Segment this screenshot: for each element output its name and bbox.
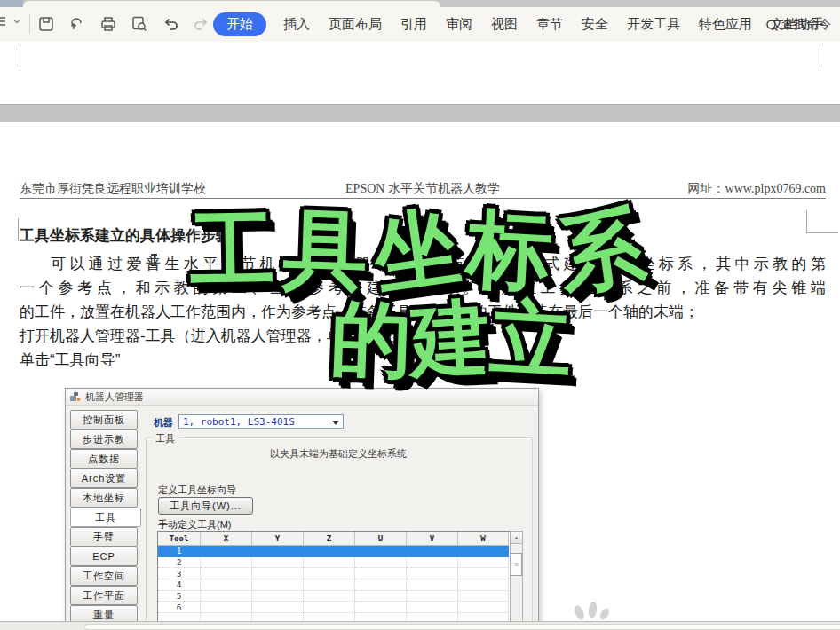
tab-page-layout[interactable]: 页面布局 [327, 12, 384, 36]
undo-icon [162, 15, 179, 33]
document-tab[interactable] [23, 1, 440, 7]
print-preview-button[interactable] [129, 13, 150, 35]
redo-button[interactable] [191, 13, 212, 35]
tab-references[interactable]: 引用 [399, 12, 429, 36]
col-y: Y [252, 532, 304, 546]
overlay-caption-line2: 的建立 [330, 298, 570, 380]
tab-special-features[interactable]: 特色应用 [697, 12, 754, 36]
combo-caret-icon [332, 421, 339, 425]
robot-select-value: 1, robot1, LS3-401S [183, 416, 295, 428]
file-menu-button[interactable] [0, 13, 21, 29]
table-row-selected[interactable]: 1 [158, 546, 511, 557]
chevron-down-icon [12, 17, 21, 26]
table-scrollbar[interactable]: ▲ ≡ [510, 531, 523, 630]
table-row[interactable]: 2 [158, 557, 511, 569]
tab-home[interactable]: 开始 [213, 12, 266, 36]
robot-manager-dialog: 机器人管理器 控制面板 步进示教 点数据 Arch设置 本地坐标 工具 手臂 E… [65, 388, 539, 630]
undo-button[interactable] [160, 13, 181, 35]
tool-table: Tool X Y Z U V W 1 2 3 4 5 [157, 531, 511, 626]
sidebar-item-arm[interactable]: 手臂 [70, 527, 138, 547]
sidebar-item-arch[interactable]: Arch设置 [70, 469, 138, 488]
margin-mark-top-left [18, 218, 19, 241]
print-button[interactable] [98, 13, 119, 35]
col-tool: Tool [158, 532, 201, 546]
wizard-label: 定义工具坐标向导 [158, 484, 236, 497]
dialog-title: 机器人管理器 [85, 390, 144, 404]
page-previous [0, 42, 840, 104]
margin-mark [820, 44, 820, 67]
export-button[interactable] [67, 13, 88, 35]
col-v: V [407, 532, 458, 546]
text-cursor-ibeam [150, 254, 158, 266]
robot-select[interactable]: 1, robot1, LS3-401S [178, 414, 344, 429]
sidebar-item-local[interactable]: 本地坐标 [70, 488, 138, 508]
search-icon [765, 19, 779, 32]
redo-icon [193, 15, 210, 33]
tab-security[interactable]: 安全 [580, 12, 610, 36]
tool-description: 以夹具末端为基础定义坐标系统 [146, 447, 531, 461]
sidebar-item-workplane[interactable]: 工作平面 [70, 586, 138, 605]
window-titlebar [0, 0, 840, 7]
export-icon [68, 15, 86, 33]
table-row[interactable]: 6 [158, 602, 511, 613]
scrollbar-thumb[interactable]: ≡ [511, 553, 522, 576]
table-row[interactable]: 3 [158, 568, 511, 579]
tab-dev-tools[interactable]: 开发工具 [625, 12, 682, 36]
col-w: W [458, 532, 509, 546]
bottom-scroll-strip[interactable] [0, 621, 840, 630]
search-command[interactable]: 查找命令 [765, 17, 840, 33]
robot-manager-icon [69, 391, 81, 403]
col-z: Z [304, 532, 355, 546]
scrollbar-up-icon[interactable]: ▲ [511, 532, 522, 544]
table-header-row: Tool X Y Z U V W [158, 532, 511, 546]
tool-group-label: 工具 [152, 432, 178, 445]
overlay-caption-line1: 工具坐标系 [190, 208, 652, 293]
search-label: 查找命令 [781, 17, 831, 33]
main-toolbar: 开始 插入 页面布局 引用 审阅 视图 章节 安全 开发工具 特色应用 文档助手… [0, 7, 840, 43]
print-icon [99, 15, 117, 33]
sidebar-item-control-panel[interactable]: 控制面板 [70, 410, 138, 429]
robot-label: 机器 [154, 416, 173, 429]
margin-mark [20, 44, 20, 67]
tab-insert[interactable]: 插入 [281, 12, 312, 36]
file-menu-icon [0, 13, 9, 29]
horizontal-scroll-thumb[interactable] [84, 624, 840, 630]
sidebar-item-point-data[interactable]: 点数据 [70, 449, 138, 469]
table-row[interactable]: 5 [158, 591, 511, 602]
tool-wizard-button[interactable]: 工具向导(W)... [158, 497, 253, 515]
tab-review[interactable]: 审阅 [444, 12, 474, 36]
sidebar-item-tool[interactable]: 工具 [70, 508, 141, 527]
save-button[interactable] [36, 13, 57, 35]
page-gap [0, 104, 840, 124]
tab-section[interactable]: 章节 [535, 12, 565, 36]
col-u: U [355, 532, 407, 546]
app-window: 开始 插入 页面布局 引用 审阅 视图 章节 安全 开发工具 特色应用 文档助手… [0, 0, 840, 630]
margin-mark-top-right-h [806, 232, 838, 233]
dialog-titlebar[interactable]: 机器人管理器 [66, 389, 538, 406]
header-url: 网址：www.plpx0769.com [688, 181, 826, 197]
margin-mark-top-right [806, 210, 807, 233]
print-preview-icon [131, 15, 148, 33]
document-header: 东莞市厚街凭良远程职业培训学校 EPSON 水平关节机器人教学 网址：www.p… [20, 181, 826, 199]
manual-define-label: 手动定义工具(M) [158, 518, 232, 532]
sidebar-item-workspace[interactable]: 工作空间 [70, 566, 138, 586]
titlebar-accent [0, 0, 23, 7]
table-row[interactable]: 4 [158, 579, 511, 591]
tab-view[interactable]: 视图 [489, 12, 519, 36]
save-icon [37, 15, 55, 33]
sidebar-item-jog-teach[interactable]: 步进示教 [70, 429, 138, 449]
col-x: X [201, 532, 252, 546]
doc-line-6: 单击“工具向导” [20, 351, 120, 369]
toolbar-divider [29, 14, 30, 34]
ribbon-tabs: 开始 插入 页面布局 引用 审阅 视图 章节 安全 开发工具 特色应用 文档助手 [213, 12, 826, 36]
sidebar-item-ecp[interactable]: ECP [70, 547, 138, 566]
